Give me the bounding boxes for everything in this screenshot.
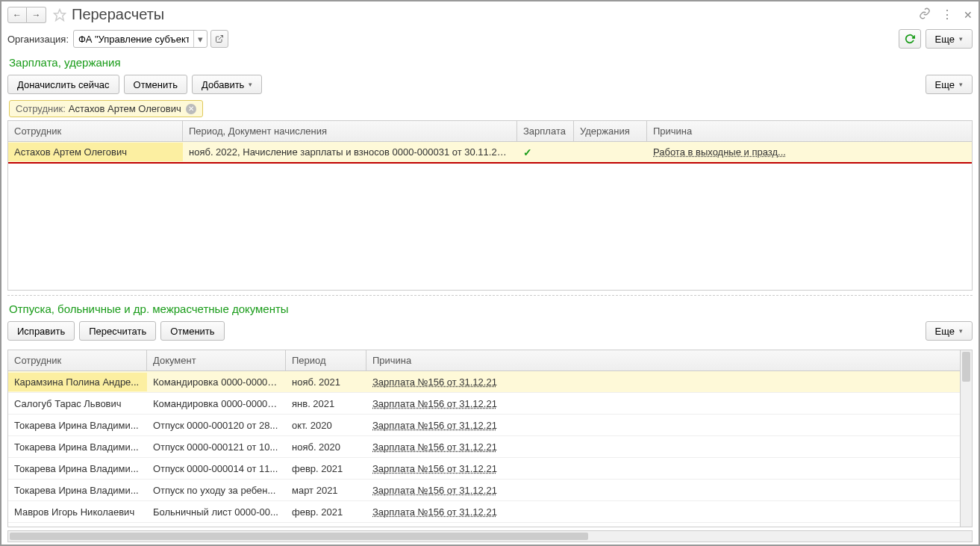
favorite-star-icon[interactable] (52, 7, 67, 22)
cell-deductions (574, 149, 647, 156)
cell-reason: Работа в выходные и празд... (647, 143, 972, 161)
grid2-header: Сотрудник Документ Период Причина (8, 350, 960, 371)
grid1-header: Сотрудник Период, Документ начисления За… (8, 121, 972, 142)
col2-document[interactable]: Документ (147, 350, 286, 370)
reason-link[interactable]: Зарплата №156 от 31.12.21 (372, 398, 497, 409)
svg-marker-0 (54, 9, 66, 20)
reason-link[interactable]: Работа в выходные и празд... (653, 146, 786, 158)
svg-line-1 (219, 36, 223, 40)
col-deductions[interactable]: Удержания (574, 121, 647, 141)
cell-reason: Зарплата №156 от 31.12.21 (366, 459, 960, 478)
close-icon[interactable]: ✕ (964, 9, 973, 21)
org-open-button[interactable] (210, 30, 228, 48)
back-button[interactable]: ← (7, 7, 27, 23)
table-row[interactable]: Астахов Артем Олеговичнояб. 2022, Начисл… (8, 142, 972, 164)
col-reason[interactable]: Причина (647, 121, 972, 141)
cell-document: Отпуск 0000-000120 от 28... (147, 416, 286, 435)
toolbar2: Исправить Пересчитать Отменить Еще (1, 318, 979, 347)
col2-period[interactable]: Период (286, 350, 366, 370)
toolbar1: Доначислить сейчас Отменить Добавить Еще (1, 72, 979, 100)
col-period-doc[interactable]: Период, Документ начисления (183, 121, 517, 141)
grid2-scrollbar[interactable] (961, 350, 973, 527)
table-row[interactable]: Токарева Ирина Владими...Отпуск 0000-000… (8, 415, 960, 436)
reason-link[interactable]: Зарплата №156 от 31.12.21 (372, 420, 497, 431)
link-icon[interactable] (919, 7, 931, 22)
grid2-body: Карамзина Полина Андре...Командировка 00… (8, 371, 960, 527)
cell-reason: Зарплата №156 от 31.12.21 (366, 503, 960, 521)
filter-chip[interactable]: Сотрудник: Астахов Артем Олегович ✕ (9, 100, 203, 117)
cell-period: окт. 2020 (286, 416, 366, 435)
cell-reason: Зарплата №156 от 31.12.21 (366, 373, 960, 391)
cell-reason: Зарплата №156 от 31.12.21 (366, 438, 960, 456)
col2-reason[interactable]: Причина (366, 350, 960, 370)
table-row[interactable]: Токарева Ирина Владими...Отпуск по уходу… (8, 480, 960, 501)
nav-buttons: ← → (7, 7, 46, 23)
section1-title: Зарплата, удержания (1, 53, 979, 72)
window-scrollbar[interactable] (7, 530, 973, 542)
col-salary[interactable]: Зарплата (517, 121, 574, 141)
grid2-wrap: Сотрудник Документ Период Причина Карамз… (7, 350, 973, 527)
cell-period: март 2021 (286, 481, 366, 500)
fix-button[interactable]: Исправить (7, 321, 75, 341)
cell-employee: Токарева Ирина Владими... (8, 481, 147, 500)
accrue-now-button[interactable]: Доначислить сейчас (7, 75, 119, 94)
cell-salary: ✓ (517, 143, 574, 162)
more-icon[interactable]: ⋮ (941, 7, 953, 22)
cell-document: Командировка 0000-00000... (147, 394, 286, 413)
window: ← → Перерасчеты ⋮ ✕ Организация: ▾ Еще З (0, 0, 980, 546)
cancel-button-1[interactable]: Отменить (124, 75, 187, 94)
cell-document: Отпуск 0000-000014 от 11... (147, 459, 286, 478)
table-row[interactable]: Токарева Ирина Владими...Отпуск 0000-000… (8, 458, 960, 480)
titlebar-right: ⋮ ✕ (919, 7, 973, 22)
titlebar: ← → Перерасчеты ⋮ ✕ (1, 1, 979, 26)
org-input[interactable] (74, 32, 193, 46)
cell-employee: Токарева Ирина Владими... (8, 416, 147, 435)
table-row[interactable]: Токарева Ирина Владими...Отпуск 0000-000… (8, 436, 960, 458)
cell-employee: Токарева Ирина Владими... (8, 459, 147, 478)
cell-period: февр. 2021 (286, 503, 366, 521)
cell-document: Больничный лист 0000-00... (147, 503, 286, 521)
check-icon: ✓ (523, 146, 532, 158)
reason-link[interactable]: Зарплата №156 от 31.12.21 (372, 463, 497, 474)
table-row[interactable]: Салогуб Тарас ЛьвовичКомандировка 0000-0… (8, 393, 960, 415)
reason-link[interactable]: Зарплата №156 от 31.12.21 (372, 376, 497, 388)
table-row[interactable]: Карамзина Полина Андре...Командировка 00… (8, 371, 960, 393)
forward-button[interactable]: → (27, 7, 46, 23)
reason-link[interactable]: Зарплата №156 от 31.12.21 (372, 441, 497, 453)
cell-reason: Зарплата №156 от 31.12.21 (366, 394, 960, 413)
cell-period: нояб. 2020 (286, 438, 366, 456)
more-button-top[interactable]: Еще (926, 29, 973, 49)
col2-employee[interactable]: Сотрудник (8, 350, 147, 370)
refresh-button[interactable] (899, 29, 921, 49)
org-label: Организация: (7, 34, 69, 45)
reason-link[interactable]: Зарплата №156 от 31.12.21 (372, 506, 497, 518)
cell-period: февр. 2021 (286, 459, 366, 478)
cell-period: нояб. 2021 (286, 373, 366, 391)
cell-employee: Астахов Артем Олегович (8, 143, 183, 161)
reason-link[interactable]: Зарплата №156 от 31.12.21 (372, 485, 497, 496)
more-button-1[interactable]: Еще (926, 75, 973, 94)
table-row[interactable]: Мавров Игорь НиколаевичБольничный лист 0… (8, 501, 960, 523)
cell-employee: Салогуб Тарас Львович (8, 394, 147, 413)
section2-title: Отпуска, больничные и др. межрасчетные д… (1, 300, 979, 318)
grid-vacation[interactable]: Сотрудник Документ Период Причина Карамз… (7, 350, 961, 527)
filter-value: Астахов Артем Олегович (69, 103, 181, 114)
cell-employee: Карамзина Полина Андре... (8, 373, 147, 391)
col-employee[interactable]: Сотрудник (8, 121, 183, 141)
cell-document: Отпуск по уходу за ребен... (147, 481, 286, 500)
org-select[interactable]: ▾ (73, 30, 207, 48)
more-button-2[interactable]: Еще (926, 321, 973, 341)
cell-reason: Зарплата №156 от 31.12.21 (366, 481, 960, 500)
recalc-button[interactable]: Пересчитать (79, 321, 156, 341)
cell-document: Отпуск 0000-000121 от 10... (147, 438, 286, 456)
grid-salary[interactable]: Сотрудник Период, Документ начисления За… (7, 120, 973, 291)
cell-reason: Зарплата №156 от 31.12.21 (366, 416, 960, 435)
cell-employee: Токарева Ирина Владими... (8, 438, 147, 456)
org-dropdown-icon[interactable]: ▾ (193, 31, 207, 47)
cancel-button-2[interactable]: Отменить (160, 321, 224, 341)
cell-employee: Мавров Игорь Николаевич (8, 503, 147, 521)
filter-clear-icon[interactable]: ✕ (186, 104, 196, 114)
cell-period: янв. 2021 (286, 394, 366, 413)
cell-document: Командировка 0000-00000... (147, 373, 286, 391)
add-button[interactable]: Добавить (192, 75, 262, 94)
